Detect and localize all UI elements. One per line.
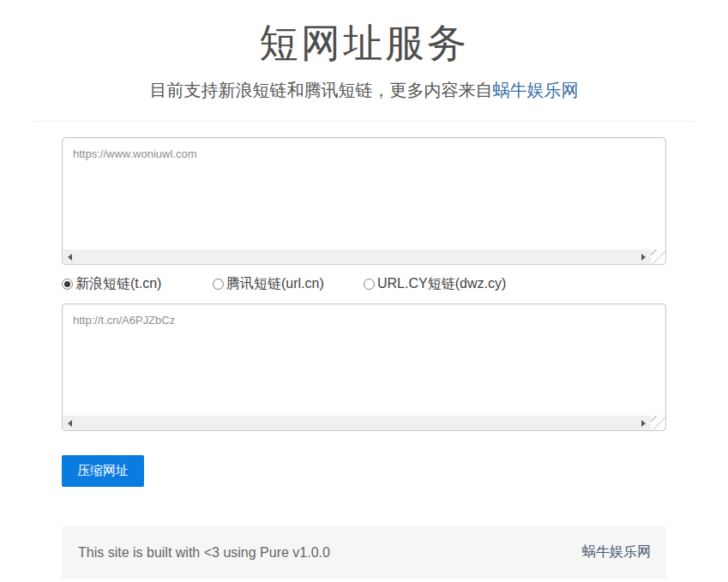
- scroll-right-arrow-icon[interactable]: [636, 249, 651, 264]
- page-footer: This site is built with <3 using Pure v1…: [62, 526, 666, 579]
- page-subtitle: 目前支持新浪短链和腾讯短链，更多内容来自蜗牛娱乐网: [0, 79, 728, 102]
- compress-url-button[interactable]: 压缩网址: [62, 455, 144, 487]
- radio-option-tencent[interactable]: 腾讯短链(url.cn): [213, 275, 364, 293]
- page-header: 短网址服务 目前支持新浪短链和腾讯短链，更多内容来自蜗牛娱乐网: [0, 17, 728, 102]
- main-content: https://www.woniuwl.com 新浪短链(t.cn) 腾讯短链(…: [62, 137, 666, 487]
- subtitle-text: 目前支持新浪短链和腾讯短链，更多内容来自: [150, 81, 493, 99]
- page-title: 短网址服务: [0, 17, 728, 70]
- radio-button-icon[interactable]: [62, 279, 73, 290]
- shortener-radio-group: 新浪短链(t.cn) 腾讯短链(url.cn) URL.CY短链(dwz.cy): [62, 275, 666, 293]
- scroll-left-arrow-icon[interactable]: [63, 249, 77, 264]
- subtitle-woniuwl-link[interactable]: 蜗牛娱乐网: [493, 81, 579, 99]
- long-url-textarea[interactable]: https://www.woniuwl.com: [62, 137, 666, 265]
- radio-option-urlcy[interactable]: URL.CY短链(dwz.cy): [364, 275, 514, 293]
- scroll-left-arrow-icon[interactable]: [63, 416, 77, 430]
- scroll-right-arrow-icon[interactable]: [636, 416, 651, 430]
- radio-label: 腾讯短链(url.cn): [226, 275, 324, 293]
- scrollbar-track[interactable]: [77, 416, 636, 430]
- short-url-value: http://t.cn/A6PJZbCz: [63, 304, 665, 336]
- long-url-value: https://www.woniuwl.com: [63, 138, 665, 170]
- footer-credit-text: This site is built with <3 using Pure v1…: [78, 545, 330, 561]
- radio-label: 新浪短链(t.cn): [75, 275, 161, 293]
- resize-grip-icon[interactable]: [651, 249, 665, 264]
- radio-option-sina[interactable]: 新浪短链(t.cn): [62, 275, 213, 293]
- header-divider: [33, 121, 695, 122]
- footer-woniuwl-link[interactable]: 蜗牛娱乐网: [582, 543, 651, 561]
- radio-label: URL.CY短链(dwz.cy): [377, 275, 506, 293]
- radio-button-icon[interactable]: [213, 279, 224, 290]
- resize-grip-icon[interactable]: [651, 416, 665, 430]
- short-url-scrollbar: [63, 416, 665, 430]
- long-url-scrollbar: [63, 249, 665, 264]
- radio-button-icon[interactable]: [364, 279, 375, 290]
- scrollbar-track[interactable]: [77, 249, 636, 264]
- short-url-textarea[interactable]: http://t.cn/A6PJZbCz: [62, 303, 666, 431]
